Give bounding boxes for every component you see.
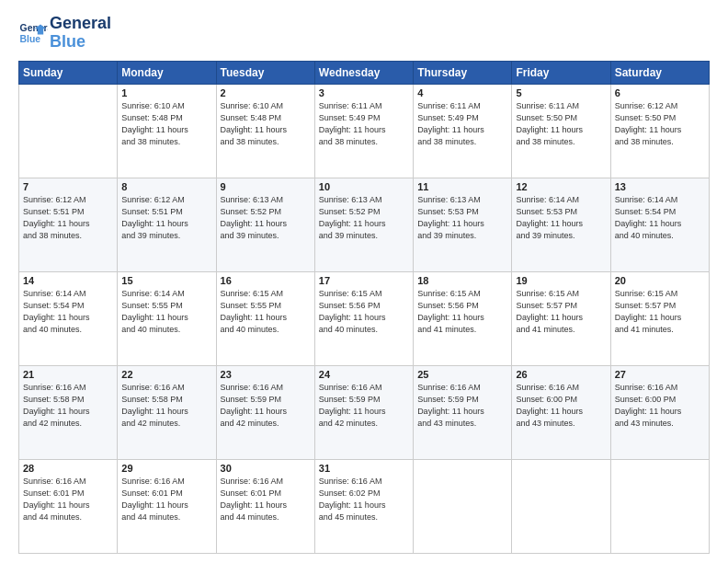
day-number: 12 — [516, 181, 606, 192]
day-number: 31 — [319, 463, 409, 474]
calendar-cell: 24Sunrise: 6:16 AM Sunset: 5:59 PM Dayli… — [314, 365, 413, 459]
day-number: 27 — [615, 369, 705, 380]
calendar-cell: 3Sunrise: 6:11 AM Sunset: 5:49 PM Daylig… — [314, 84, 413, 178]
day-number: 6 — [615, 87, 705, 98]
calendar-cell: 17Sunrise: 6:15 AM Sunset: 5:56 PM Dayli… — [314, 271, 413, 365]
weekday-header-tuesday: Tuesday — [216, 61, 314, 84]
calendar-cell: 25Sunrise: 6:16 AM Sunset: 5:59 PM Dayli… — [414, 365, 512, 459]
weekday-header-row: SundayMondayTuesdayWednesdayThursdayFrid… — [19, 61, 710, 84]
day-number: 24 — [319, 369, 409, 380]
cell-content: Sunrise: 6:10 AM Sunset: 5:48 PM Dayligh… — [221, 100, 311, 148]
calendar-table: SundayMondayTuesdayWednesdayThursdayFrid… — [18, 61, 710, 554]
calendar-cell: 22Sunrise: 6:16 AM Sunset: 5:58 PM Dayli… — [118, 365, 216, 459]
day-number: 14 — [23, 275, 113, 286]
calendar-week-row: 1Sunrise: 6:10 AM Sunset: 5:48 PM Daylig… — [19, 84, 710, 178]
cell-content: Sunrise: 6:14 AM Sunset: 5:55 PM Dayligh… — [121, 288, 211, 336]
calendar-cell: 6Sunrise: 6:12 AM Sunset: 5:50 PM Daylig… — [610, 84, 709, 178]
calendar-cell: 19Sunrise: 6:15 AM Sunset: 5:57 PM Dayli… — [512, 271, 610, 365]
calendar-cell: 30Sunrise: 6:16 AM Sunset: 6:01 PM Dayli… — [216, 459, 314, 553]
calendar-cell — [414, 459, 512, 553]
calendar-cell: 18Sunrise: 6:15 AM Sunset: 5:56 PM Dayli… — [414, 271, 512, 365]
calendar-cell: 21Sunrise: 6:16 AM Sunset: 5:58 PM Dayli… — [19, 365, 118, 459]
cell-content: Sunrise: 6:16 AM Sunset: 5:58 PM Dayligh… — [23, 382, 113, 430]
cell-content: Sunrise: 6:15 AM Sunset: 5:57 PM Dayligh… — [516, 288, 606, 336]
calendar-cell: 28Sunrise: 6:16 AM Sunset: 6:01 PM Dayli… — [19, 459, 118, 553]
cell-content: Sunrise: 6:16 AM Sunset: 5:59 PM Dayligh… — [319, 382, 409, 430]
logo: General Blue General Blue — [18, 15, 111, 52]
cell-content: Sunrise: 6:16 AM Sunset: 6:01 PM Dayligh… — [23, 476, 113, 523]
cell-content: Sunrise: 6:16 AM Sunset: 5:59 PM Dayligh… — [221, 382, 311, 430]
calendar-cell: 1Sunrise: 6:10 AM Sunset: 5:48 PM Daylig… — [118, 84, 216, 178]
calendar-cell: 12Sunrise: 6:14 AM Sunset: 5:53 PM Dayli… — [512, 178, 610, 271]
cell-content: Sunrise: 6:16 AM Sunset: 5:58 PM Dayligh… — [121, 382, 211, 430]
day-number: 23 — [221, 369, 311, 380]
day-number: 21 — [23, 369, 113, 380]
cell-content: Sunrise: 6:15 AM Sunset: 5:55 PM Dayligh… — [221, 288, 311, 336]
calendar-cell — [610, 459, 709, 553]
cell-content: Sunrise: 6:16 AM Sunset: 6:01 PM Dayligh… — [121, 476, 211, 523]
logo-icon: General Blue — [18, 18, 48, 48]
weekday-header-monday: Monday — [118, 61, 216, 84]
calendar-cell: 4Sunrise: 6:11 AM Sunset: 5:49 PM Daylig… — [414, 84, 512, 178]
day-number: 25 — [417, 369, 507, 380]
day-number: 30 — [221, 463, 311, 474]
calendar-cell: 2Sunrise: 6:10 AM Sunset: 5:48 PM Daylig… — [216, 84, 314, 178]
cell-content: Sunrise: 6:13 AM Sunset: 5:52 PM Dayligh… — [319, 194, 409, 242]
cell-content: Sunrise: 6:13 AM Sunset: 5:52 PM Dayligh… — [221, 194, 311, 242]
day-number: 9 — [221, 181, 311, 192]
day-number: 13 — [615, 181, 705, 192]
cell-content: Sunrise: 6:12 AM Sunset: 5:50 PM Dayligh… — [615, 100, 705, 148]
day-number: 29 — [121, 463, 211, 474]
calendar-week-row: 14Sunrise: 6:14 AM Sunset: 5:54 PM Dayli… — [19, 271, 710, 365]
calendar-cell: 10Sunrise: 6:13 AM Sunset: 5:52 PM Dayli… — [314, 178, 413, 271]
svg-text:Blue: Blue — [20, 33, 41, 43]
cell-content: Sunrise: 6:11 AM Sunset: 5:49 PM Dayligh… — [417, 100, 507, 148]
cell-content: Sunrise: 6:14 AM Sunset: 5:53 PM Dayligh… — [516, 194, 606, 242]
cell-content: Sunrise: 6:15 AM Sunset: 5:56 PM Dayligh… — [319, 288, 409, 336]
day-number: 16 — [221, 275, 311, 286]
cell-content: Sunrise: 6:16 AM Sunset: 6:00 PM Dayligh… — [516, 382, 606, 430]
calendar-cell: 11Sunrise: 6:13 AM Sunset: 5:53 PM Dayli… — [414, 178, 512, 271]
day-number: 17 — [319, 275, 409, 286]
cell-content: Sunrise: 6:12 AM Sunset: 5:51 PM Dayligh… — [121, 194, 211, 242]
day-number: 18 — [417, 275, 507, 286]
calendar-cell: 9Sunrise: 6:13 AM Sunset: 5:52 PM Daylig… — [216, 178, 314, 271]
day-number: 7 — [23, 181, 113, 192]
calendar-cell: 16Sunrise: 6:15 AM Sunset: 5:55 PM Dayli… — [216, 271, 314, 365]
cell-content: Sunrise: 6:14 AM Sunset: 5:54 PM Dayligh… — [23, 288, 113, 336]
day-number: 5 — [516, 87, 606, 98]
day-number: 15 — [121, 275, 211, 286]
day-number: 8 — [121, 181, 211, 192]
calendar-cell — [19, 84, 118, 178]
cell-content: Sunrise: 6:16 AM Sunset: 6:00 PM Dayligh… — [615, 382, 705, 430]
calendar-week-row: 7Sunrise: 6:12 AM Sunset: 5:51 PM Daylig… — [19, 178, 710, 271]
cell-content: Sunrise: 6:11 AM Sunset: 5:49 PM Dayligh… — [319, 100, 409, 148]
calendar-cell: 23Sunrise: 6:16 AM Sunset: 5:59 PM Dayli… — [216, 365, 314, 459]
cell-content: Sunrise: 6:16 AM Sunset: 6:02 PM Dayligh… — [319, 476, 409, 523]
calendar-cell: 20Sunrise: 6:15 AM Sunset: 5:57 PM Dayli… — [610, 271, 709, 365]
weekday-header-saturday: Saturday — [610, 61, 709, 84]
calendar-cell: 14Sunrise: 6:14 AM Sunset: 5:54 PM Dayli… — [19, 271, 118, 365]
calendar-cell: 27Sunrise: 6:16 AM Sunset: 6:00 PM Dayli… — [610, 365, 709, 459]
logo-text: General Blue — [50, 15, 111, 52]
day-number: 20 — [615, 275, 705, 286]
calendar-cell: 13Sunrise: 6:14 AM Sunset: 5:54 PM Dayli… — [610, 178, 709, 271]
day-number: 26 — [516, 369, 606, 380]
calendar-cell: 31Sunrise: 6:16 AM Sunset: 6:02 PM Dayli… — [314, 459, 413, 553]
weekday-header-wednesday: Wednesday — [314, 61, 413, 84]
weekday-header-friday: Friday — [512, 61, 610, 84]
cell-content: Sunrise: 6:15 AM Sunset: 5:56 PM Dayligh… — [417, 288, 507, 336]
day-number: 11 — [417, 181, 507, 192]
cell-content: Sunrise: 6:13 AM Sunset: 5:53 PM Dayligh… — [417, 194, 507, 242]
cell-content: Sunrise: 6:12 AM Sunset: 5:51 PM Dayligh… — [23, 194, 113, 242]
calendar-week-row: 28Sunrise: 6:16 AM Sunset: 6:01 PM Dayli… — [19, 459, 710, 553]
cell-content: Sunrise: 6:16 AM Sunset: 6:01 PM Dayligh… — [221, 476, 311, 523]
calendar-cell: 7Sunrise: 6:12 AM Sunset: 5:51 PM Daylig… — [19, 178, 118, 271]
day-number: 22 — [121, 369, 211, 380]
cell-content: Sunrise: 6:16 AM Sunset: 5:59 PM Dayligh… — [417, 382, 507, 430]
cell-content: Sunrise: 6:10 AM Sunset: 5:48 PM Dayligh… — [121, 100, 211, 148]
cell-content: Sunrise: 6:14 AM Sunset: 5:54 PM Dayligh… — [615, 194, 705, 242]
page-header: General Blue General Blue — [18, 15, 710, 52]
calendar-cell — [512, 459, 610, 553]
day-number: 28 — [23, 463, 113, 474]
